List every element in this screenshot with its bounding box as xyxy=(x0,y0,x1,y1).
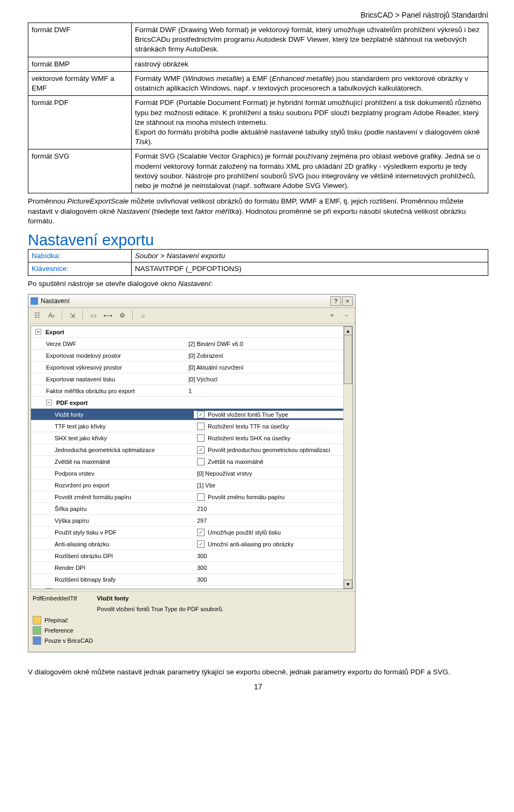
setting-label: Faktor měřítka obrázku pro export xyxy=(46,388,135,394)
setting-row[interactable]: Rozlišení obrázku DPI300 xyxy=(31,550,344,562)
setting-row[interactable]: Exportovat modelový prostor[0] Zobrazení xyxy=(31,350,344,362)
checkbox[interactable]: ✓ xyxy=(197,540,205,548)
setting-row[interactable]: SHX text jako křivkyRozložení textu SHX … xyxy=(31,432,344,444)
setting-value: 297 xyxy=(197,517,207,524)
setting-row[interactable]: Použít styly tisku v PDF✓Umožňuje použit… xyxy=(31,527,344,538)
setting-row[interactable]: Jednoduchá geometrická optimalizace✓Povo… xyxy=(31,444,344,456)
menu-value: Soubor > Nastavení exportu xyxy=(132,249,488,262)
app-icon xyxy=(31,297,38,305)
format-desc: Formát DWF (Drawing Web format) je vekto… xyxy=(132,23,488,57)
menu-value: NASTAVITPDF (_PDFOPTIONS) xyxy=(132,262,488,276)
checkbox[interactable]: ✓ xyxy=(197,446,205,454)
tool-minus-icon[interactable]: − xyxy=(341,310,352,321)
setting-label: Jednoduchá geometrická optimalizace xyxy=(55,447,155,453)
breadcrumb: BricsCAD > Panel nástrojů Standardní xyxy=(28,11,488,19)
format-name: vektorové formáty WMF a EMF xyxy=(28,71,132,95)
settings-dialog: Nastavení ? × ☷ Az ⇲ ▭ ⟷ ⚙ ⌕ + − −Export… xyxy=(28,294,356,652)
setting-row[interactable]: Vložit fonty✓Povolit vložení fontů True … xyxy=(31,409,344,420)
setting-value: Povolit vložení fontů True Type xyxy=(208,411,288,418)
tool-categorized-icon[interactable]: ☷ xyxy=(32,310,42,321)
checkbox[interactable] xyxy=(197,423,205,430)
vertical-scrollbar[interactable]: ▲ ▼ xyxy=(343,326,352,589)
format-name: formát DWF xyxy=(28,23,132,57)
tool-drawing-icon[interactable]: ▭ xyxy=(88,310,99,321)
detail-title: Vložit fonty xyxy=(97,595,351,602)
setting-row[interactable]: Exportovat výkresový prostor[0] Aktuální… xyxy=(31,362,344,373)
collapse-icon[interactable]: − xyxy=(35,329,41,335)
help-button[interactable]: ? xyxy=(330,296,341,306)
setting-label: SVG export xyxy=(56,588,88,589)
setting-row[interactable]: TTF text jako křivkyRozložení textu TTF … xyxy=(31,420,344,432)
setting-label: Vložit fonty xyxy=(55,411,84,418)
scroll-thumb[interactable] xyxy=(344,335,352,384)
setting-label: Použít styly tisku v PDF xyxy=(55,529,117,536)
detail-variable-name: PdfEmbeddedTtf xyxy=(33,595,92,602)
format-desc: rastrový obrázek xyxy=(132,57,488,71)
checkbox[interactable] xyxy=(197,458,205,465)
setting-value: Povolit změnu formátu papíru xyxy=(208,494,285,500)
tool-alpha-order-icon[interactable]: Az xyxy=(46,310,57,321)
expand-icon[interactable]: + xyxy=(46,588,52,589)
tool-plus-icon[interactable]: + xyxy=(327,310,337,321)
setting-label: Výška papíru xyxy=(55,517,89,524)
checkbox[interactable]: ✓ xyxy=(197,411,205,418)
setting-row[interactable]: Rozlišení bitmapy šrafy300 xyxy=(31,574,344,585)
tool-dim-icon[interactable]: ⟷ xyxy=(102,310,113,321)
collapse-icon[interactable]: − xyxy=(46,400,52,405)
format-desc: Formát PDF (Portable Document Format) je… xyxy=(132,96,488,149)
menu-table: Nabídka:Soubor > Nastavení exportuKláves… xyxy=(28,249,488,276)
setting-row[interactable]: Faktor měřítka obrázku pro export1 xyxy=(31,385,344,397)
setting-label: PDF export xyxy=(56,400,88,406)
setting-label: Exportovat výkresový prostor xyxy=(46,364,122,371)
scroll-down-icon[interactable]: ▼ xyxy=(344,580,352,589)
setting-value: 300 xyxy=(197,565,207,571)
setting-row[interactable]: −Export xyxy=(31,326,344,338)
setting-value: [2] Binární DWF v6.0 xyxy=(188,341,243,347)
setting-value: Umožňuje použití stylů tisku xyxy=(208,529,281,536)
setting-row[interactable]: Podpora vrstev[0] Nepoužívat vrstvy xyxy=(31,468,344,479)
setting-row[interactable]: Render DPI300 xyxy=(31,562,344,574)
checkbox[interactable] xyxy=(197,493,205,501)
close-button[interactable]: × xyxy=(342,296,353,306)
setting-row[interactable]: +SVG export xyxy=(31,585,344,589)
menu-label: Klávesnice: xyxy=(28,262,132,276)
legend-icon xyxy=(33,616,41,625)
settings-tree[interactable]: −ExportVerze DWF[2] Binární DWF v6.0Expo… xyxy=(31,326,353,589)
setting-row[interactable]: Výška papíru297 xyxy=(31,515,344,527)
legend-label: Pouze v BricsCAD xyxy=(44,637,93,644)
scroll-up-icon[interactable]: ▲ xyxy=(344,326,352,335)
setting-row[interactable]: Exportovat nastavení tisku[0] Výchozí xyxy=(31,373,344,385)
setting-row[interactable]: Anti-aliasing obrázku✓Umožní anti-aliasi… xyxy=(31,538,344,550)
setting-label: Šířka papíru xyxy=(55,506,87,512)
tool-export-icon[interactable]: ⇲ xyxy=(67,310,78,321)
legend: PřepínačPreferencePouze v BricsCAD xyxy=(28,613,355,652)
setting-label: Render DPI xyxy=(55,565,85,571)
format-table: formát DWFFormát DWF (Drawing Web format… xyxy=(28,22,488,193)
menu-label: Nabídka: xyxy=(28,249,132,262)
setting-label: Verze DWF xyxy=(46,341,76,347)
setting-value: [0] Výchozí xyxy=(188,376,217,382)
setting-label: Rozlišení obrázku DPI xyxy=(55,553,113,559)
setting-row[interactable]: Verze DWF[2] Binární DWF v6.0 xyxy=(31,338,344,350)
setting-label: Rozvržení pro export xyxy=(55,482,109,488)
tool-find-icon[interactable]: ⌕ xyxy=(138,310,148,321)
setting-row[interactable]: −PDF export xyxy=(31,397,344,409)
setting-label: SHX text jako křivky xyxy=(55,435,107,441)
setting-label: Podpora vrstev xyxy=(55,470,94,477)
setting-row[interactable]: Šířka papíru210 xyxy=(31,503,344,515)
format-name: formát BMP xyxy=(28,57,132,71)
setting-value: Zvětšit na maximálně xyxy=(208,458,263,465)
tool-program-icon[interactable]: ⚙ xyxy=(117,310,127,321)
checkbox[interactable]: ✓ xyxy=(197,529,205,536)
setting-value: 1 xyxy=(188,388,192,394)
legend-label: Přepínač xyxy=(44,617,68,623)
setting-value: Povolit jednoduchou geometrickou optimal… xyxy=(208,447,330,453)
setting-value: 210 xyxy=(197,506,207,512)
setting-row[interactable]: Zvětšit na maximálněZvětšit na maximálně xyxy=(31,456,344,468)
detail-description: Povolit vložení fontů True Type do PDF s… xyxy=(97,606,351,612)
setting-value: [0] Nepoužívat vrstvy xyxy=(197,470,252,477)
setting-row[interactable]: Rozvržení pro export[1] Vše xyxy=(31,479,344,491)
setting-value: Rozložení textu TTF na úsečky xyxy=(208,423,289,430)
checkbox[interactable] xyxy=(197,434,205,442)
setting-row[interactable]: Povolit změnit formátu papíruPovolit změ… xyxy=(31,491,344,503)
